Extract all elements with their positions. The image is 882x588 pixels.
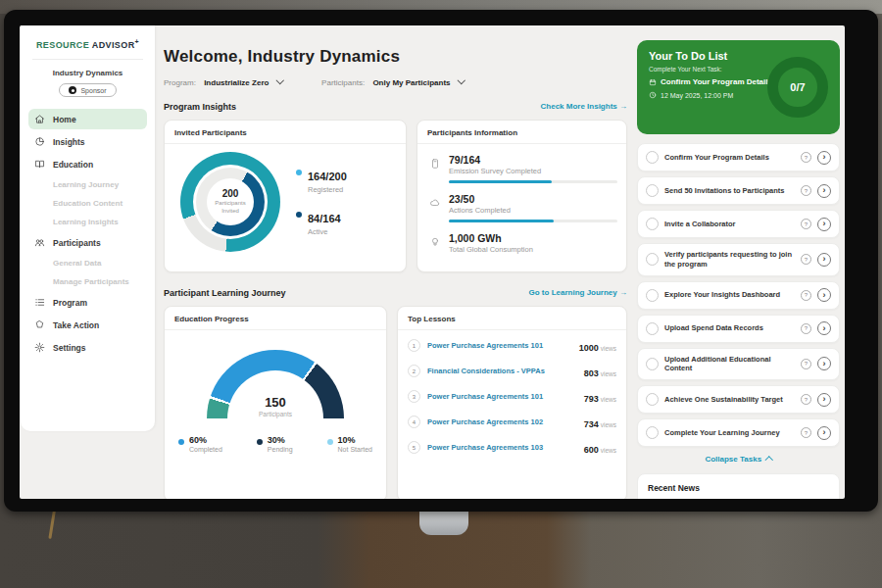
task-checkbox[interactable] xyxy=(646,151,659,164)
sidebar-item-label: Education xyxy=(53,160,93,170)
card-title: Invited Participants xyxy=(165,121,406,144)
sidebar-item-settings[interactable]: Settings xyxy=(28,337,147,358)
filters-row: Program: Industrialize Zero Participants… xyxy=(164,77,627,87)
check-more-insights-link[interactable]: Check More Insights → xyxy=(541,102,627,111)
task-go-button[interactable]: › xyxy=(817,253,831,267)
todo-task[interactable]: Explore Your Insights Dashboard ? › xyxy=(637,281,840,310)
todo-task[interactable]: Achieve One Sustainability Target ? › xyxy=(637,385,840,414)
sidebar-item-learning-insights[interactable]: Learning Insights xyxy=(28,214,147,230)
help-icon[interactable]: ? xyxy=(801,323,811,334)
task-checkbox[interactable] xyxy=(646,322,659,335)
help-icon[interactable]: ? xyxy=(801,219,811,229)
book-icon xyxy=(34,159,45,170)
sidebar-item-education-content[interactable]: Education Content xyxy=(28,195,147,212)
task-label: Achieve One Sustainability Target xyxy=(664,395,795,405)
sidebar-item-label: Participants xyxy=(53,238,101,248)
task-go-button[interactable]: › xyxy=(817,184,831,198)
help-icon[interactable]: ? xyxy=(801,152,811,163)
arrow-right-icon: → xyxy=(619,288,627,297)
todo-task[interactable]: Verify participants requesting to join t… xyxy=(637,243,840,276)
org-name: Industry Dynamics xyxy=(21,69,155,77)
sidebar-item-manage-participants[interactable]: Manage Participants xyxy=(28,273,147,290)
participants-filter[interactable]: Participants: Only My Participants xyxy=(321,77,464,87)
todo-task[interactable]: Complete Your Learning Journey ? › xyxy=(637,418,840,447)
task-checkbox[interactable] xyxy=(646,253,659,266)
lesson-link[interactable]: Power Purchase Agreements 101 xyxy=(427,341,572,350)
chevron-down-icon xyxy=(458,76,466,84)
help-icon[interactable]: ? xyxy=(801,185,811,196)
lesson-link[interactable]: Power Purchase Agreements 103 xyxy=(427,443,577,452)
task-label: Confirm Your Program Details xyxy=(664,153,795,163)
task-go-button[interactable]: › xyxy=(817,151,831,165)
sidebar-item-general-data[interactable]: General Data xyxy=(28,255,147,271)
todo-progress-ring: 0/7 xyxy=(767,57,828,118)
help-icon[interactable]: ? xyxy=(801,394,811,405)
task-checkbox[interactable] xyxy=(646,393,659,406)
donut-center-label: 200 Participants Invited xyxy=(207,178,254,225)
todo-task[interactable]: Confirm Your Program Details ? › xyxy=(637,143,840,172)
survey-progress-bar xyxy=(449,180,617,183)
collapse-label: Collapse Tasks xyxy=(705,455,761,464)
todo-progress-value: 0/7 xyxy=(790,81,805,93)
sidebar-item-education[interactable]: Education xyxy=(28,154,147,174)
lesson-link[interactable]: Power Purchase Agreements 102 xyxy=(427,417,577,426)
todo-task[interactable]: Upload Spend Data Records ? › xyxy=(637,315,840,343)
gear-icon xyxy=(34,342,45,353)
program-filter[interactable]: Program: Industrialize Zero xyxy=(164,77,282,87)
invited-donut-chart: 200 Participants Invited xyxy=(180,152,280,252)
legend-not-started: 10% Not Started xyxy=(327,436,372,454)
task-label: Complete Your Learning Journey xyxy=(664,428,795,438)
task-checkbox[interactable] xyxy=(646,426,659,439)
task-label: Upload Spend Data Records xyxy=(664,323,795,333)
task-go-button[interactable]: › xyxy=(817,321,831,335)
sidebar-item-participants[interactable]: Participants xyxy=(28,232,147,253)
participants-information-card: Participants Information 79/164 Emission… xyxy=(416,120,627,272)
monitor-bezel: RESOURCE ADVISOR+ Industry Dynamics Spon… xyxy=(4,10,878,512)
sponsor-icon xyxy=(69,86,76,94)
help-icon[interactable]: ? xyxy=(801,290,811,301)
legend-dot xyxy=(296,170,302,175)
task-checkbox[interactable] xyxy=(646,184,659,197)
sidebar-item-program[interactable]: Program xyxy=(28,292,147,313)
sidebar-nav: Home Insights Education Learning Journey… xyxy=(21,109,155,358)
sidebar-item-take-action[interactable]: Take Action xyxy=(28,315,147,335)
learning-journey-title: Participant Learning Journey xyxy=(164,288,286,298)
sidebar-item-insights[interactable]: Insights xyxy=(28,131,147,152)
go-to-learning-journey-link[interactable]: Go to Learning Journey → xyxy=(529,288,627,297)
insights-pie-icon xyxy=(34,136,45,147)
task-go-button[interactable]: › xyxy=(817,426,831,440)
legend-dot xyxy=(178,439,184,445)
task-go-button[interactable]: › xyxy=(817,357,831,370)
main-content: Welcome, Industry Dynamics Program: Indu… xyxy=(164,25,627,481)
task-checkbox[interactable] xyxy=(646,289,659,302)
sidebar-item-home[interactable]: Home xyxy=(28,109,147,129)
task-go-button[interactable]: › xyxy=(817,393,831,407)
task-go-button[interactable]: › xyxy=(817,288,831,302)
help-icon[interactable]: ? xyxy=(801,427,811,438)
calendar-icon xyxy=(649,78,657,86)
todo-task[interactable]: Invite a Collaborator ? › xyxy=(637,210,840,238)
sidebar-item-label: Take Action xyxy=(53,320,99,330)
arrow-right-icon: → xyxy=(619,102,627,111)
lesson-row: 1 Power Purchase Agreements 101 1000view… xyxy=(398,333,626,359)
sponsor-label: Sponsor xyxy=(80,87,106,94)
sidebar-item-label: Home xyxy=(53,115,76,124)
task-checkbox[interactable] xyxy=(646,218,659,230)
collapse-tasks-link[interactable]: Collapse Tasks xyxy=(637,455,840,464)
help-icon[interactable]: ? xyxy=(801,359,811,369)
info-row-consumption: 1,000 GWh Total Global Consumption xyxy=(417,232,626,254)
todo-task[interactable]: Upload Additional Educational Content ? … xyxy=(637,348,840,381)
sidebar-item-learning-journey[interactable]: Learning Journey xyxy=(28,176,147,193)
sponsor-badge[interactable]: Sponsor xyxy=(59,83,116,97)
lesson-link[interactable]: Financial Considerations - VPPAs xyxy=(427,367,577,375)
lesson-link[interactable]: Power Purchase Agreements 101 xyxy=(427,392,577,401)
task-checkbox[interactable] xyxy=(646,358,659,370)
task-go-button[interactable]: › xyxy=(817,218,831,231)
recent-news-title: Recent News xyxy=(648,483,829,493)
card-title: Education Progress xyxy=(165,307,386,330)
info-row-actions: 23/50 Actions Completed xyxy=(417,193,626,222)
sidebar-item-label: Settings xyxy=(53,343,86,353)
todo-task[interactable]: Send 50 Invitations to Participants ? › xyxy=(637,176,840,205)
help-icon[interactable]: ? xyxy=(801,254,811,265)
card-title: Top Lessons xyxy=(398,307,626,330)
